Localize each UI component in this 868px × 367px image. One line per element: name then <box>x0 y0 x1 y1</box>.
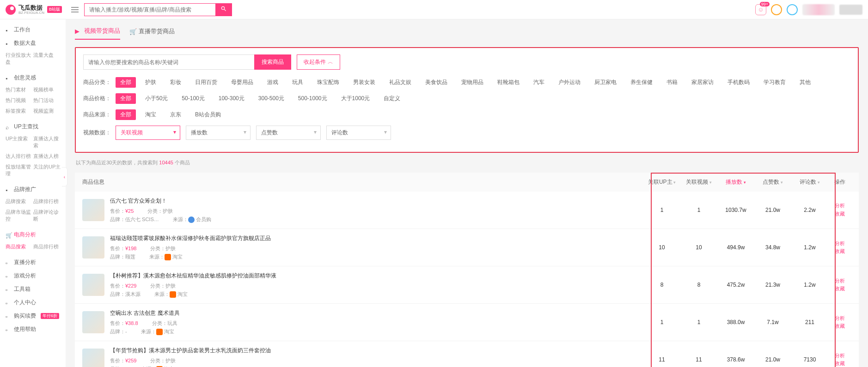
filter-chip[interactable]: 学习教育 <box>759 77 790 88</box>
filter-chip[interactable]: 书籍 <box>662 77 682 88</box>
sidebar-group-bulb[interactable]: ▪ 创意灵感 <box>0 70 66 84</box>
filter-chip[interactable]: 家居家访 <box>687 77 718 88</box>
filter-chip[interactable]: 礼品文娱 <box>385 77 416 88</box>
sidebar-item[interactable]: 商品搜索 <box>6 241 33 252</box>
product-title[interactable]: 伍六七 官方众筹企划！ <box>110 197 643 205</box>
filter-chip[interactable]: 全部 <box>116 109 136 120</box>
sidebar-item[interactable]: 视频榜单 <box>33 84 61 95</box>
global-search-button[interactable] <box>215 3 232 16</box>
sidebar-group-search[interactable]: ⌕ UP主查找 <box>0 119 66 132</box>
sidebar-item[interactable]: 直播达人榜 <box>33 151 61 162</box>
tab[interactable]: ▶视频带货商品 <box>75 27 120 40</box>
user-avatar[interactable] <box>802 4 835 15</box>
col-video-count[interactable]: 关联视频 <box>680 178 717 186</box>
filter-chip[interactable]: 全部 <box>116 77 136 88</box>
filter-chip[interactable]: 其他 <box>795 77 815 88</box>
filter-chip[interactable]: 京东 <box>165 109 186 120</box>
filter-chip[interactable]: 美食饮品 <box>421 77 452 88</box>
product-title[interactable]: 福瑞达颐莲喷雾玻尿酸补水保湿修护秋冬面霜护肤官方旗舰店正品 <box>110 235 643 242</box>
sidebar-item[interactable]: 热门活动 <box>33 95 61 106</box>
sidebar-group-dashboard[interactable]: ▪ 数据大盘 <box>0 36 66 49</box>
sidebar-group-buy[interactable]: ▫ 购买续费年付6折 <box>0 308 66 322</box>
help-icon[interactable] <box>771 4 782 15</box>
filter-select[interactable]: 播放数 <box>186 126 251 140</box>
logo[interactable]: 飞瓜数据 BZ.FEIGUA.CN B站版 <box>6 5 66 15</box>
sidebar-item[interactable]: 品牌搜索 <box>6 196 33 207</box>
product-title[interactable]: 【年货节抢购】溪木源男士护肤品套装男士水乳洗面奶三件套控油 <box>110 347 643 355</box>
filter-chip[interactable]: 汽车 <box>529 77 549 88</box>
filter-chip[interactable]: 大于1000元 <box>336 93 375 104</box>
filter-chip[interactable]: 全部 <box>116 93 136 104</box>
product-thumbnail[interactable] <box>82 349 104 367</box>
filter-chip[interactable]: 母婴用品 <box>226 77 258 88</box>
sidebar-item[interactable]: 直播达人搜索 <box>33 133 61 151</box>
sidebar-group-tag[interactable]: ▪ 品牌推广 <box>0 182 66 195</box>
sidebar-item[interactable]: 热门视频 <box>6 95 33 106</box>
tab[interactable]: 🛒直播带货商品 <box>129 27 175 39</box>
sidebar-item[interactable]: 标签搜索 <box>6 106 33 116</box>
menu-toggle-icon[interactable] <box>71 7 79 12</box>
analyze-link[interactable]: 分析 <box>828 240 851 248</box>
filter-chip[interactable]: 淘宝 <box>141 109 161 120</box>
sidebar-item[interactable]: 视频监测 <box>33 106 61 116</box>
filter-chip[interactable]: 100-300元 <box>214 93 249 104</box>
sidebar-item[interactable]: 品牌市场监控 <box>6 207 33 224</box>
filter-chip[interactable]: 珠宝配饰 <box>312 77 344 88</box>
sidebar-item[interactable]: 商品排行榜 <box>33 241 61 252</box>
sidebar-item[interactable]: 达人排行榜 <box>6 151 33 162</box>
filter-chip[interactable]: 养生保健 <box>626 77 657 88</box>
sidebar-group-user[interactable]: ▫ 个人中心 <box>0 295 66 308</box>
filter-chip[interactable]: 游戏 <box>263 77 283 88</box>
filter-chip[interactable]: 玩具 <box>287 77 308 88</box>
sidebar-item[interactable]: 热门素材 <box>6 84 33 95</box>
analyze-link[interactable]: 分析 <box>828 352 851 360</box>
product-thumbnail[interactable] <box>82 236 104 259</box>
filter-chip[interactable]: 自定义 <box>379 93 405 104</box>
filter-select[interactable]: 点赞数 <box>256 126 321 140</box>
filter-chip[interactable]: 50-100元 <box>177 93 209 104</box>
sidebar-item[interactable]: UP主搜索 <box>6 133 33 151</box>
sidebar-group-tool[interactable]: ▫ 工具箱 <box>0 282 66 295</box>
sidebar-group-live[interactable]: ▫ 直播分析 <box>0 255 66 268</box>
sidebar-group-home[interactable]: ▪ 工作台 <box>0 22 66 36</box>
favorite-link[interactable]: 收藏 <box>828 360 851 367</box>
filter-chip[interactable]: 厨卫家电 <box>590 77 621 88</box>
filter-chip[interactable]: B站会员购 <box>190 109 226 120</box>
product-thumbnail[interactable] <box>82 274 104 296</box>
favorite-link[interactable]: 收藏 <box>828 285 851 293</box>
sidebar-item[interactable]: 品牌排行榜 <box>33 196 61 207</box>
product-title[interactable]: 空碗出水 古法创意 魔术道具 <box>110 309 643 317</box>
sidebar-item[interactable]: 关注的UP主 <box>33 162 61 179</box>
filter-select[interactable]: 评论数 <box>326 126 391 140</box>
filter-select[interactable]: 关联视频 <box>116 126 180 140</box>
filter-chip[interactable]: 宠物用品 <box>457 77 488 88</box>
filter-chip[interactable]: 300-500元 <box>254 93 289 104</box>
sidebar-item[interactable]: 行业投放大盘 <box>6 50 33 67</box>
sidebar-group-help[interactable]: ▫ 使用帮助 <box>0 322 66 335</box>
search-product-button[interactable]: 搜索商品 <box>254 54 291 70</box>
notification-icon[interactable]: ☺99+ <box>755 4 766 15</box>
analyze-link[interactable]: 分析 <box>828 314 851 323</box>
sidebar-group-cart[interactable]: 🛒 电商分析 <box>0 227 66 241</box>
col-play-count[interactable]: 播放数 <box>717 178 754 186</box>
user-menu[interactable] <box>839 5 862 15</box>
collapse-filter-button[interactable]: 收起条件︿ <box>297 54 340 70</box>
favorite-link[interactable]: 收藏 <box>828 210 851 218</box>
col-comment-count[interactable]: 评论数 <box>791 178 828 186</box>
filter-chip[interactable]: 日用百货 <box>190 77 222 88</box>
col-like-count[interactable]: 点赞数 <box>754 178 791 186</box>
filter-chip[interactable]: 户外运动 <box>554 77 585 88</box>
sidebar-item[interactable]: 品牌评论诊断 <box>33 207 61 224</box>
product-title[interactable]: 【朴树推荐】溪木源愈创木祛痘精华油皮敏感肌修护控油面部精华液 <box>110 272 643 280</box>
filter-chip[interactable]: 男装女装 <box>348 77 380 88</box>
favorite-link[interactable]: 收藏 <box>828 322 851 331</box>
product-thumbnail[interactable] <box>82 199 104 221</box>
product-thumbnail[interactable] <box>82 311 104 333</box>
refresh-icon[interactable] <box>787 4 798 15</box>
filter-chip[interactable]: 护肤 <box>141 77 161 88</box>
sidebar-item[interactable]: 流量大盘 <box>33 50 61 67</box>
favorite-link[interactable]: 收藏 <box>828 247 851 256</box>
sidebar-item[interactable]: 投放结案管理 <box>6 162 33 179</box>
filter-chip[interactable]: 手机数码 <box>723 77 754 88</box>
filter-chip[interactable]: 小于50元 <box>141 93 172 104</box>
